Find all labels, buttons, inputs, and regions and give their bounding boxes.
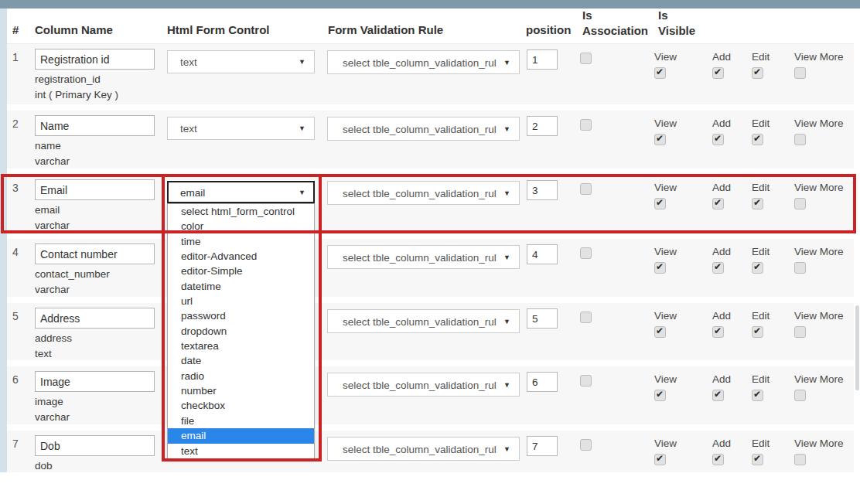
dropdown-option[interactable]: text [168, 444, 314, 458]
selected-validation-value: select tble_column_validation_rul [343, 251, 497, 263]
dropdown-option[interactable]: textarea [168, 339, 314, 353]
visible-option-checkbox[interactable] [794, 390, 806, 401]
row-number: 3 [12, 182, 19, 194]
association-checkbox[interactable] [580, 119, 592, 131]
dropdown-option[interactable]: email [168, 428, 314, 443]
position-input[interactable] [527, 180, 558, 200]
visible-option-checkbox[interactable] [654, 390, 666, 401]
dropdown-option[interactable]: radio [168, 369, 314, 383]
form-validation-rule-select[interactable]: select tble_column_validation_rul▼ [327, 50, 520, 74]
visible-option-checkbox[interactable] [752, 262, 763, 274]
visible-option-checkbox[interactable] [752, 67, 763, 79]
dropdown-option[interactable]: editor-Simple [168, 264, 314, 278]
chevron-down-icon: ▼ [503, 318, 510, 325]
table-row: 4contact_numbervarcharselect tble_column… [7, 239, 854, 297]
column-name-input[interactable] [35, 371, 155, 392]
html-form-control-select[interactable]: text▼ [167, 117, 315, 140]
form-validation-rule-select[interactable]: select tble_column_validation_rul▼ [327, 437, 520, 461]
association-checkbox[interactable] [580, 375, 592, 387]
form-validation-rule-select[interactable]: select tble_column_validation_rul▼ [327, 245, 520, 269]
visible-option-checkbox[interactable] [654, 134, 666, 145]
visible-option-checkbox[interactable] [654, 67, 666, 79]
visible-option-checkbox[interactable] [752, 390, 763, 401]
visible-option-checkbox[interactable] [752, 134, 763, 145]
position-input[interactable] [527, 244, 558, 264]
association-checkbox[interactable] [580, 53, 592, 64]
visible-option-label: View More [794, 310, 844, 322]
html-form-control-select[interactable]: text▼ [167, 50, 315, 73]
column-type-label: int ( Primary Key ) [35, 89, 118, 100]
visible-option-checkbox[interactable] [752, 454, 763, 465]
dropdown-option[interactable]: color [168, 219, 314, 233]
html-form-control-option-list: select html_form_controlcolortimeeditor-… [167, 203, 315, 459]
visible-option-checkbox[interactable] [712, 262, 724, 274]
selected-validation-value: select tble_column_validation_rul [343, 379, 497, 390]
form-validation-rule-select[interactable]: select tble_column_validation_rul▼ [327, 309, 520, 333]
visible-option-checkbox[interactable] [794, 198, 806, 209]
visible-option-checkbox[interactable] [654, 454, 666, 465]
visible-option-checkbox[interactable] [794, 262, 806, 274]
visible-option-label: Edit [752, 310, 770, 322]
column-type-label: varchar [35, 411, 70, 423]
position-input[interactable] [527, 308, 558, 329]
dropdown-option[interactable]: password [168, 308, 314, 323]
visible-option-label: Add [712, 117, 731, 129]
visible-option-checkbox[interactable] [794, 326, 806, 338]
position-input[interactable] [527, 116, 558, 136]
visible-option-checkbox[interactable] [752, 198, 763, 209]
position-input[interactable] [527, 436, 558, 456]
visible-option-checkbox[interactable] [654, 326, 666, 338]
dropdown-option[interactable]: dropdown [168, 324, 314, 339]
association-checkbox[interactable] [580, 183, 592, 195]
vertical-scrollbar[interactable] [855, 305, 859, 390]
visible-option-checkbox[interactable] [712, 198, 724, 209]
selected-validation-value: select tble_column_validation_rul [343, 443, 497, 455]
visible-option-checkbox[interactable] [794, 67, 806, 79]
dropdown-option[interactable]: editor-Advanced [168, 249, 314, 264]
left-side-strip [0, 9, 7, 472]
chevron-down-icon: ▼ [299, 124, 305, 132]
table-header: # Column Name Html Form Control Form Val… [7, 9, 854, 44]
visible-option-checkbox[interactable] [712, 454, 724, 465]
dropdown-option[interactable]: date [168, 353, 314, 368]
form-validation-rule-select[interactable]: select tble_column_validation_rul▼ [327, 117, 520, 141]
dropdown-option[interactable]: number [168, 383, 314, 398]
visible-option-checkbox[interactable] [712, 67, 724, 79]
visible-option-checkbox[interactable] [654, 198, 666, 209]
selected-control-value: email [180, 186, 205, 198]
form-validation-rule-select[interactable]: select tble_column_validation_rul▼ [327, 373, 520, 397]
position-input[interactable] [527, 49, 558, 70]
dropdown-option[interactable]: time [168, 234, 314, 249]
column-name-input[interactable] [35, 49, 155, 70]
selected-validation-value: select tble_column_validation_rul [343, 315, 497, 327]
row-number: 1 [12, 51, 19, 63]
form-validation-rule-select[interactable]: select tble_column_validation_rul▼ [327, 181, 520, 205]
association-checkbox[interactable] [580, 247, 592, 259]
column-name-input[interactable] [35, 308, 155, 329]
visible-option-checkbox[interactable] [752, 326, 763, 338]
visible-option-checkbox[interactable] [794, 454, 806, 465]
column-name-input[interactable] [35, 435, 155, 456]
visible-option-checkbox[interactable] [794, 134, 806, 145]
dropdown-option[interactable]: datetime [168, 279, 314, 294]
visible-option-checkbox[interactable] [712, 390, 724, 401]
chevron-down-icon: ▼ [299, 189, 305, 196]
dropdown-option[interactable]: file [168, 414, 314, 428]
dropdown-option[interactable]: url [168, 294, 314, 308]
position-input[interactable] [527, 372, 558, 392]
visible-option-label: View More [794, 246, 844, 257]
association-checkbox[interactable] [580, 439, 592, 451]
visible-option-label: View [654, 51, 677, 63]
visible-option-checkbox[interactable] [712, 326, 724, 338]
dropdown-option[interactable]: select html_form_control [168, 204, 314, 219]
association-checkbox[interactable] [580, 312, 592, 323]
visible-option-label: Edit [752, 117, 770, 129]
column-type-label: varchar [35, 220, 70, 231]
dropdown-option[interactable]: checkbox [168, 398, 314, 413]
column-name-input[interactable] [35, 115, 155, 136]
column-name-input[interactable] [35, 179, 155, 200]
visible-option-checkbox[interactable] [712, 134, 724, 145]
html-form-control-select-open[interactable]: email ▼ [167, 181, 315, 203]
visible-option-checkbox[interactable] [654, 262, 666, 274]
column-name-input[interactable] [35, 243, 155, 264]
